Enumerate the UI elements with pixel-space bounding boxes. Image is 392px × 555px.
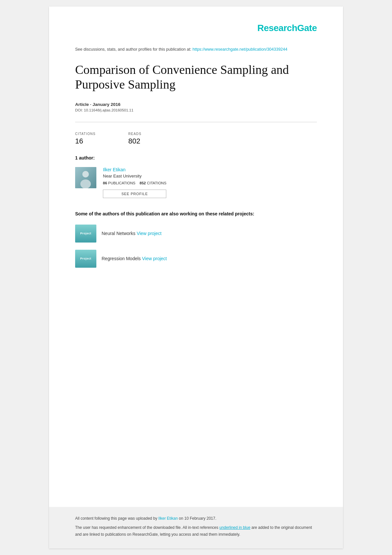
project-name-row-1: Neural Networks View project <box>102 230 161 236</box>
authors-label: 1 author: <box>75 155 317 160</box>
citations-block: CITATIONS 16 <box>75 132 96 145</box>
footer-upload-text: All content following this page was uplo… <box>75 515 317 522</box>
publication-url-link[interactable]: https://www.researchgate.net/publication… <box>192 47 287 52</box>
citations-value: 16 <box>75 137 96 145</box>
page-container: ResearchGate See discussions, stats, and… <box>49 7 343 548</box>
logo-text: ResearchGate <box>257 23 317 33</box>
see-profile-button[interactable]: SEE PROFILE <box>103 190 166 198</box>
cit-label: CITATIONS <box>147 181 167 185</box>
project-badge-text-1: Project <box>80 232 91 235</box>
article-type: Article · January 2016 <box>75 102 317 107</box>
reads-label: READS <box>128 132 141 136</box>
author-stats: 86 PUBLICATIONS 852 CITATIONS <box>103 181 166 185</box>
cit-value: 852 <box>139 181 146 185</box>
pub-value: 86 <box>103 181 107 185</box>
related-projects-section: Some of the authors of this publication … <box>75 211 317 268</box>
author-avatar <box>75 167 96 188</box>
stats-row: CITATIONS 16 READS 802 <box>75 129 317 145</box>
author-name[interactable]: Ilker Etikan <box>103 167 166 172</box>
researchgate-logo: ResearchGate <box>75 23 317 33</box>
author-info: Ilker Etikan Near East University 86 PUB… <box>103 167 166 198</box>
project-name-1: Neural Networks <box>102 231 137 236</box>
page-header: ResearchGate <box>75 23 317 33</box>
footer-section: All content following this page was uplo… <box>49 507 343 548</box>
svg-point-2 <box>82 171 89 177</box>
doi-text: DOI: 10.11648/j.ajtas.20160501.11 <box>75 108 317 112</box>
authors-section: 1 author: <box>75 155 317 198</box>
pub-label: PUBLICATIONS <box>108 181 136 185</box>
citations-label: CITATIONS <box>75 132 96 136</box>
project-name-2: Regression Models <box>102 256 142 261</box>
project-badge-text-2: Project <box>80 257 91 260</box>
related-projects-label: Some of the authors of this publication … <box>75 211 317 216</box>
project-item-1: Project Neural Networks View project <box>75 225 317 243</box>
avatar-svg <box>75 167 96 188</box>
project-name-row-2: Regression Models View project <box>102 256 167 261</box>
footer-disclaimer: The user has requested enhancement of th… <box>75 524 317 538</box>
project-item-2: Project Regression Models View project <box>75 250 317 268</box>
reads-block: READS 802 <box>128 132 141 145</box>
divider-top <box>75 122 317 122</box>
underlined-blue-text: underlined in blue <box>220 525 251 530</box>
author-university: Near East University <box>103 174 166 178</box>
project-link-1[interactable]: View project <box>137 231 161 236</box>
project-link-2[interactable]: View project <box>142 256 167 261</box>
footer-uploader-link[interactable]: Ilker Etikan <box>158 516 178 521</box>
see-discussions-label: See discussions, stats, and author profi… <box>75 47 191 52</box>
project-badge-2: Project <box>75 250 96 268</box>
reads-value: 802 <box>128 137 141 145</box>
paper-title: Comparison of Convenience Sampling and P… <box>75 62 317 92</box>
article-meta: Article · January 2016 DOI: 10.11648/j.a… <box>75 102 317 112</box>
svg-point-3 <box>80 179 91 188</box>
project-badge-1: Project <box>75 225 96 243</box>
author-card: Ilker Etikan Near East University 86 PUB… <box>75 167 317 198</box>
see-discussions-text: See discussions, stats, and author profi… <box>75 46 317 53</box>
